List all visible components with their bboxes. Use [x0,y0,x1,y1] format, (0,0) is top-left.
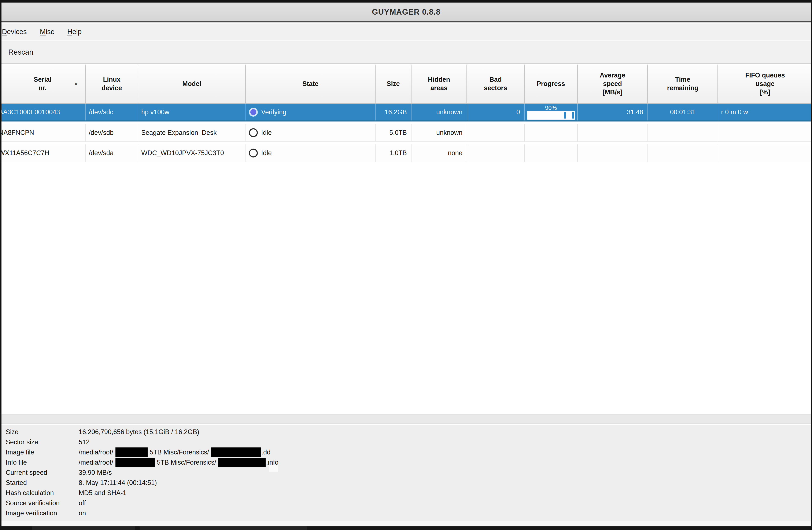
cell-size: 16.2GB [376,104,411,121]
device-info-panel: Size 16,206,790,656 bytes (15.1GiB / 16.… [1,425,811,520]
cell-model: Seagate Expansion_Desk [138,124,246,141]
cell-serial: NA8FNCPN [0,124,86,141]
menu-help[interactable]: Help [64,26,85,38]
column-header-bad-sectors[interactable]: Bad sectors [467,65,525,103]
info-row-hash-calculation: Hash calculation MD5 and SHA-1 [1,488,811,498]
cell-model: WDC_WD10JPVX-75JC3T0 [138,144,246,162]
panel-splitter[interactable] [0,415,812,424]
cell-serial: WX11A56C7C7H [0,144,86,162]
progress-bar-knob [566,112,572,118]
cell-fifo-usage [718,124,812,141]
cell-hidden-areas: none [411,144,467,162]
cell-hidden-areas: unknown [411,104,467,121]
cell-progress: 90% [525,104,578,121]
cell-serial: AA3C1000F0010043 [0,104,86,121]
cell-state: Idle [246,124,376,141]
title-bar[interactable]: GUYMAGER 0.8.8 [1,2,811,23]
info-row-sector-size: Sector size 512 [1,437,811,447]
redaction-box [218,458,265,468]
cell-bad-sectors [467,124,525,141]
row-separator [0,122,812,124]
column-header-linux-device[interactable]: Linux device [86,65,138,103]
cell-state: Idle [246,144,376,162]
cell-linux-device: /dev/sdb [86,124,138,141]
device-table: Serial nr. ▲ Linux device Model State Si… [0,65,812,415]
table-row-sda[interactable]: WX11A56C7C7H /dev/sda WDC_WD10JPVX-75JC3… [0,144,812,162]
window-title: GUYMAGER 0.8.8 [372,8,440,16]
info-row-image-file: Image file /media/root/5TB Misc/Forensic… [1,447,811,457]
redaction-box [115,447,148,457]
cell-size: 1.0TB [376,144,411,162]
idle-state-icon [249,149,258,157]
cell-fifo-usage: r 0 m 0 w [718,104,812,121]
row-separator [0,142,812,144]
table-row-sdc-selected[interactable]: AA3C1000F0010043 /dev/sdc hp v100w Verif… [0,104,812,122]
cell-average-speed: 31.48 [578,104,648,121]
progress-bar [527,111,575,120]
cell-bad-sectors: 0 [467,104,525,121]
verifying-state-icon [249,108,258,117]
cell-state: Verifying [246,104,376,121]
column-header-time-remaining[interactable]: Time remaining [648,65,718,103]
cell-time-remaining [648,124,718,141]
menu-devices[interactable]: Devices [0,26,30,38]
cell-fifo-usage [718,144,812,162]
window-border-top [0,0,812,2]
cell-bad-sectors [467,144,525,162]
column-header-serial-nr[interactable]: Serial nr. ▲ [0,65,86,103]
cell-linux-device: /dev/sda [86,144,138,162]
cell-model: hp v100w [138,104,246,121]
cell-average-speed [578,144,648,162]
progress-percent-label: 90% [545,105,557,111]
guymager-window: GUYMAGER 0.8.8 Devices Misc Help Rescan … [0,0,812,530]
toolbar: Rescan [1,41,811,64]
info-row-size: Size 16,206,790,656 bytes (15.1GiB / 16.… [1,427,811,437]
menu-bar: Devices Misc Help [1,24,811,40]
column-header-progress[interactable]: Progress [525,65,578,103]
window-border-right [811,0,812,530]
column-header-average-speed[interactable]: Average speed [MB/s] [578,65,648,103]
info-row-source-verification: Source verification off [1,498,811,508]
menu-misc[interactable]: Misc [37,26,57,38]
sort-ascending-icon[interactable]: ▲ [74,79,78,87]
progress-bar-fill [528,112,564,118]
redaction-artifact [269,465,278,472]
info-row-info-file: Info file /media/root/5TB Misc/Forensics… [1,457,811,468]
rescan-button[interactable]: Rescan [4,46,38,58]
cell-linux-device: /dev/sdc [86,104,138,121]
cell-progress [525,124,578,141]
column-header-fifo-usage[interactable]: FIFO queues usage [%] [718,65,812,103]
cell-size: 5.0TB [376,124,411,141]
bottom-strip [1,520,811,526]
redaction-box [115,458,155,468]
column-header-size[interactable]: Size [376,65,411,103]
table-row-sdb[interactable]: NA8FNCPN /dev/sdb Seagate Expansion_Desk… [0,124,812,142]
column-header-hidden-areas[interactable]: Hidden areas [411,65,467,103]
info-row-started: Started 8. May 17:11:44 (00:14:51) [1,478,811,488]
redaction-box [211,447,261,457]
window-border-left [0,0,1,530]
info-row-image-verification: Image verification on [1,508,811,518]
cell-time-remaining [648,144,718,162]
cell-average-speed [578,124,648,141]
column-header-model[interactable]: Model [138,65,246,103]
column-header-state[interactable]: State [246,65,376,103]
cell-progress [525,144,578,162]
cell-hidden-areas: unknown [411,124,467,141]
cell-time-remaining: 00:01:31 [648,104,718,121]
info-row-current-speed: Current speed 39.90 MB/s [1,468,811,478]
taskbar-strip [0,526,812,530]
idle-state-icon [249,128,258,137]
table-header-row: Serial nr. ▲ Linux device Model State Si… [0,65,812,104]
